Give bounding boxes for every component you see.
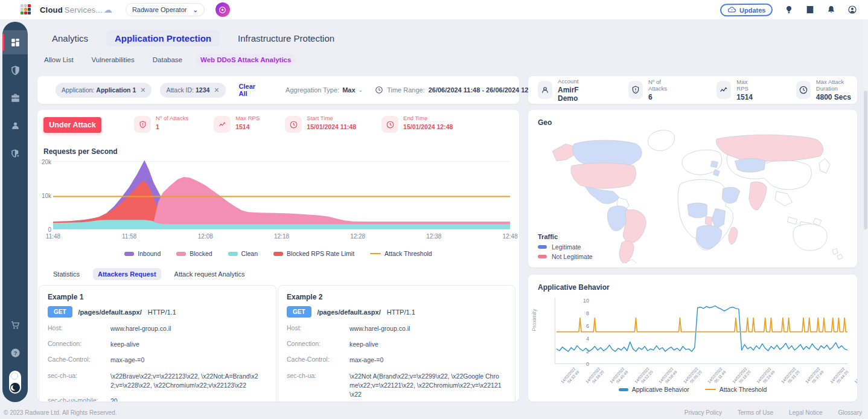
header-value: \x22Brave\x22;v=\x222123\x22, \x22Not:A=… bbox=[110, 372, 261, 390]
x-tick-label: 14/02/2022 05:05:20 bbox=[682, 366, 703, 388]
tab-attackers-request[interactable]: Attackers Request bbox=[93, 268, 161, 280]
traffic-legend: Traffic Legitimate Not Legitimate bbox=[538, 233, 593, 260]
legend-item[interactable]: Blocked RPS Rate Limit bbox=[273, 250, 354, 257]
tab-application-protection[interactable]: Application Protection bbox=[106, 30, 220, 46]
country-canada bbox=[573, 140, 642, 167]
bulb-icon[interactable] bbox=[783, 5, 794, 15]
legend-legitimate[interactable]: Legitimate bbox=[538, 243, 593, 251]
footer-link-legal-notice[interactable]: Legal Notice bbox=[789, 409, 823, 416]
subtab-web-ddos-attack-analytics[interactable]: Web DDoS Attack Analytics bbox=[196, 54, 296, 66]
country-australia bbox=[793, 224, 827, 251]
behavior-chart-legend: Applicative BehaviorAttack Threshold bbox=[528, 386, 857, 393]
legend-item[interactable]: Attack Threshold bbox=[370, 250, 432, 257]
legend-item[interactable]: Clean bbox=[228, 250, 258, 257]
time-range-dropdown[interactable]: Time Range: 26/06/2024 11:48 - 26/06/202… bbox=[375, 86, 546, 94]
region-southern-africa bbox=[696, 225, 722, 249]
header-value: www.harel-group.co.il bbox=[349, 324, 410, 333]
country-madagascar bbox=[729, 227, 738, 244]
chip-label: Application: bbox=[62, 86, 94, 94]
x-tick-label: 12:18 bbox=[269, 233, 295, 240]
sidebar-item-dashboard[interactable] bbox=[2, 30, 28, 54]
bell-icon[interactable] bbox=[826, 5, 836, 15]
tab-attack-request-analytics[interactable]: Attack request Analytics bbox=[170, 268, 250, 280]
request-protocol: HTTP/1.1 bbox=[148, 309, 176, 316]
updates-button[interactable]: Updates bbox=[720, 3, 773, 16]
filter-chip-application[interactable]: Application: Application 1 ✕ bbox=[56, 83, 152, 98]
y-tick-label: 8 bbox=[577, 310, 589, 316]
sidebar-item-protection[interactable] bbox=[2, 58, 28, 82]
legend-item[interactable]: Blocked bbox=[176, 250, 212, 257]
stat-label: End Time bbox=[403, 115, 453, 121]
remove-chip-icon[interactable]: ✕ bbox=[214, 86, 219, 94]
tab-analytics[interactable]: Analytics bbox=[43, 30, 97, 46]
aggregation-value: Max bbox=[342, 86, 355, 94]
legend-swatch bbox=[273, 252, 283, 256]
subtab-vulnerabilities[interactable]: Vulnerabilities bbox=[87, 54, 139, 66]
chevron-down-icon: ⌄ bbox=[359, 87, 363, 93]
clear-all-button[interactable]: Clear All bbox=[239, 83, 256, 97]
subtab-allow-list[interactable]: Allow List bbox=[39, 54, 78, 66]
user-avatar-icon[interactable] bbox=[847, 5, 857, 15]
request-path: /pages/default.aspx/ bbox=[318, 309, 381, 316]
copyright-text: © 2023 Radware Ltd. All Rights Reserved. bbox=[4, 409, 116, 416]
remove-chip-icon[interactable]: ✕ bbox=[140, 86, 145, 94]
operator-dropdown[interactable]: Radware Operator ⌄ bbox=[126, 3, 205, 16]
example-title: Example 1 bbox=[48, 293, 267, 301]
header-key: sec-ch-ua-mobile: bbox=[48, 397, 110, 401]
sidebar-item-assets[interactable] bbox=[2, 86, 28, 110]
x-tick-label: 12:08 bbox=[192, 233, 219, 240]
help-icon: ? bbox=[10, 347, 21, 359]
stat-label: Max RPS bbox=[235, 115, 260, 121]
request-protocol: HTTP/1.1 bbox=[387, 309, 415, 316]
sidebar-item-marketplace[interactable] bbox=[2, 313, 28, 337]
footer-link-terms-of-use[interactable]: Terms of Use bbox=[738, 409, 773, 416]
shield-plus-icon bbox=[10, 148, 21, 159]
shield-alert-icon bbox=[134, 116, 151, 133]
legend-swatch bbox=[705, 389, 716, 391]
subtab-database[interactable]: Database bbox=[148, 54, 187, 66]
country-usa bbox=[571, 163, 636, 188]
stat-label: Nº of Attacks bbox=[648, 78, 674, 92]
tab-infrastructure-protection[interactable]: Infrastructure Protection bbox=[229, 30, 343, 46]
theme-toggle[interactable] bbox=[9, 371, 21, 394]
header-value: keep-alive bbox=[349, 340, 378, 349]
filter-chip-attack-id[interactable]: Attack ID: 1234 ✕ bbox=[160, 83, 225, 98]
legend-swatch bbox=[619, 388, 628, 391]
legend-swatch bbox=[228, 252, 238, 256]
chip-label: Attack ID: bbox=[166, 86, 194, 94]
scrollbar-thumb[interactable] bbox=[864, 91, 867, 229]
stat-account: AccountAmirF Demo bbox=[538, 78, 592, 103]
aggregation-type-dropdown[interactable]: Aggregation Type: Max ⌄ bbox=[286, 86, 363, 94]
x-tick-label: 14/02/2022 05:11:49 bbox=[707, 366, 727, 388]
dark-mode-moon-icon bbox=[10, 383, 20, 392]
y-tick-label: 0 bbox=[577, 361, 589, 367]
y-tick-label: 6 bbox=[577, 323, 589, 329]
country-mexico bbox=[585, 187, 619, 203]
page-scrollbar[interactable] bbox=[863, 0, 868, 419]
sidebar-item-services[interactable] bbox=[2, 141, 28, 165]
users-icon bbox=[10, 120, 21, 132]
clock-icon bbox=[285, 116, 302, 133]
legend-item[interactable]: Inbound bbox=[124, 250, 161, 257]
time-range-label: Time Range: bbox=[387, 86, 425, 94]
app-switcher-badge[interactable] bbox=[215, 2, 230, 17]
header-value: www.harel-group.co.il bbox=[110, 324, 171, 333]
country-brazil bbox=[623, 210, 646, 243]
rps-chart-legend: InboundBlockedCleanBlocked RPS Rate Limi… bbox=[37, 250, 519, 257]
legend-item[interactable]: Applicative Behavior bbox=[619, 386, 689, 393]
legend-label: Attack Threshold bbox=[385, 250, 432, 257]
footer-link-glossary[interactable]: Glossary bbox=[838, 409, 862, 416]
tab-statistics[interactable]: Statistics bbox=[48, 268, 85, 280]
legend-not-legitimate[interactable]: Not Legitimate bbox=[538, 253, 593, 260]
header-value: ?0 bbox=[110, 397, 118, 401]
stat-num-attacks: Nº of Attacks6 bbox=[628, 78, 674, 101]
stat-label: Max Attack Duration bbox=[816, 78, 857, 92]
footer-link-privacy-policy[interactable]: Privacy Policy bbox=[685, 409, 722, 416]
legend-item[interactable]: Attack Threshold bbox=[705, 386, 767, 393]
legend-swatch bbox=[124, 252, 134, 256]
sidebar-item-help[interactable]: ? bbox=[2, 341, 28, 365]
release-notes-icon[interactable] bbox=[805, 5, 815, 15]
sidebar-item-users[interactable] bbox=[2, 114, 28, 138]
account-summary-bar: AccountAmirF Demo Nº of Attacks6 Max RPS… bbox=[528, 76, 857, 104]
clock-icon bbox=[796, 81, 811, 99]
